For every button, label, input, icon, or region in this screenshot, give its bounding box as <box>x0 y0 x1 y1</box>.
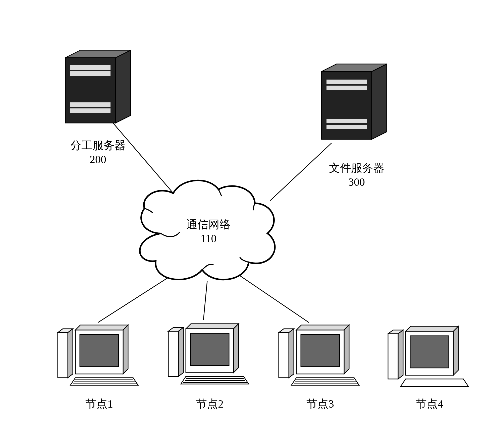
svg-rect-11 <box>70 108 111 113</box>
svg-rect-43 <box>279 333 289 378</box>
node-1-label: 节点1 <box>67 397 132 411</box>
server-right-number: 300 <box>321 176 392 188</box>
svg-marker-44 <box>296 325 349 330</box>
node-3 <box>279 325 359 385</box>
server-right-label: 文件服务器 <box>321 161 392 175</box>
svg-marker-20 <box>68 329 73 378</box>
svg-rect-47 <box>301 335 340 367</box>
svg-marker-22 <box>75 325 128 330</box>
svg-marker-31 <box>178 328 183 376</box>
svg-rect-17 <box>326 119 367 123</box>
node-4 <box>388 326 468 387</box>
svg-line-3 <box>203 281 207 320</box>
svg-marker-55 <box>406 326 458 331</box>
svg-marker-56 <box>453 326 458 375</box>
svg-rect-36 <box>190 333 229 365</box>
diagram-root: 分工服务器 200 文件服务器 300 通信网络 110 节点1 节点2 节点3… <box>0 0 492 448</box>
node-4-label: 节点4 <box>397 397 462 411</box>
svg-rect-58 <box>410 336 449 368</box>
node-2-label: 节点2 <box>177 397 242 411</box>
svg-rect-32 <box>168 331 178 376</box>
svg-rect-10 <box>70 102 111 107</box>
svg-marker-23 <box>123 325 128 374</box>
svg-marker-34 <box>234 324 239 373</box>
node-1 <box>58 325 138 385</box>
svg-rect-16 <box>326 86 367 90</box>
svg-marker-53 <box>398 330 403 379</box>
svg-rect-21 <box>58 333 68 378</box>
cloud-label: 通信网络 <box>176 217 241 232</box>
node-3-label: 节点3 <box>288 397 353 411</box>
node-2 <box>168 324 249 384</box>
cloud-number: 110 <box>176 232 241 245</box>
svg-marker-33 <box>186 324 239 329</box>
svg-marker-5 <box>116 50 131 123</box>
svg-rect-18 <box>326 125 367 129</box>
svg-marker-12 <box>372 64 387 139</box>
svg-rect-25 <box>80 335 119 367</box>
svg-marker-42 <box>289 329 294 378</box>
svg-marker-45 <box>344 325 349 374</box>
server-left-number: 200 <box>63 153 133 166</box>
svg-rect-54 <box>388 334 398 379</box>
svg-line-2 <box>98 271 178 323</box>
diagram-svg <box>0 0 492 448</box>
server-left-label: 分工服务器 <box>63 138 133 153</box>
svg-line-4 <box>239 275 309 323</box>
svg-rect-15 <box>326 80 367 84</box>
server-left <box>65 50 131 123</box>
svg-rect-8 <box>70 65 111 70</box>
server-right <box>321 64 387 139</box>
svg-rect-9 <box>70 71 111 76</box>
